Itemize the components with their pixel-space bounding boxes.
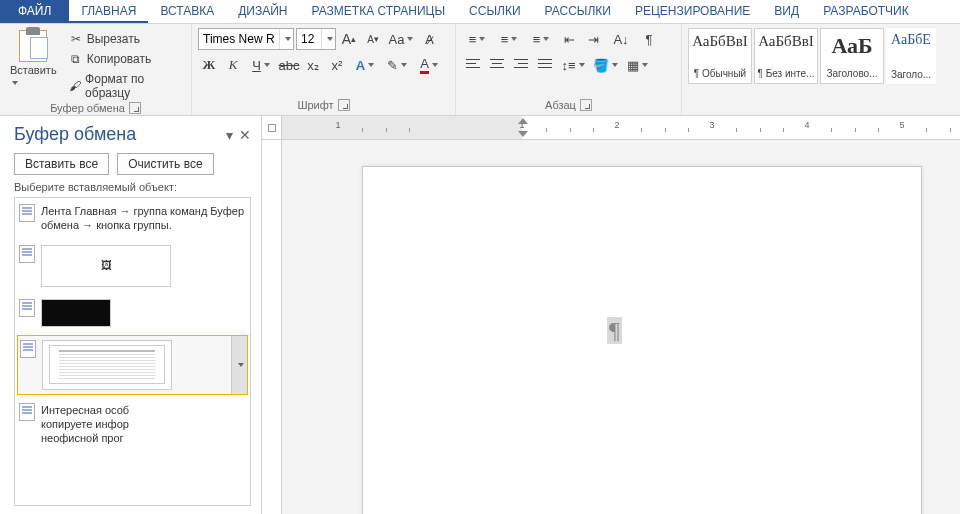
list-item[interactable]: Лента Главная → группа команд Буфер обме… [17, 200, 248, 237]
font-size-combo[interactable] [296, 28, 336, 50]
clear-all-button[interactable]: Очистить все [117, 153, 213, 175]
chevron-down-icon [327, 37, 333, 41]
group-font: A▴ A▾ Aa A̷ Ж К Ч abc x₂ x² A ✎ A Шрифт [192, 24, 456, 115]
list-item[interactable]: Интересная особ копируете инфоp неофисно… [17, 399, 248, 450]
format-painter-label: Формат по образцу [85, 72, 181, 100]
font-size-input[interactable] [297, 32, 321, 46]
bullets-button[interactable]: ≡ [462, 28, 492, 50]
item-dropdown-button[interactable] [231, 336, 247, 394]
clear-formatting-button[interactable]: A̷ [418, 28, 440, 50]
copy-button[interactable]: ⧉ Копировать [65, 50, 185, 68]
cut-label: Вырезать [87, 32, 140, 46]
tab-review[interactable]: РЕЦЕНЗИРОВАНИЕ [623, 0, 762, 23]
multilevel-list-button[interactable]: ≡ [526, 28, 556, 50]
format-painter-button[interactable]: 🖌 Формат по образцу [65, 70, 185, 102]
picture-icon: 🖼 [101, 258, 112, 272]
paste-all-button[interactable]: Вставить все [14, 153, 109, 175]
font-color-icon: A [420, 56, 429, 74]
vertical-ruler[interactable] [262, 140, 282, 514]
style-normal[interactable]: АаБбВвI ¶ Обычный [688, 28, 752, 84]
list-item[interactable] [17, 295, 248, 331]
ruler-corner [262, 116, 282, 139]
style-no-spacing[interactable]: АаБбВвI ¶ Без инте... [754, 28, 818, 84]
paste-button[interactable]: Вставить [6, 28, 61, 90]
text-effects-button[interactable]: A [350, 54, 380, 76]
font-color-button[interactable]: A [414, 54, 444, 76]
image-preview [41, 299, 111, 327]
tab-home[interactable]: ГЛАВНАЯ [69, 0, 148, 23]
borders-icon: ▦ [627, 58, 639, 73]
word-doc-icon [19, 299, 35, 317]
pane-title: Буфер обмена [14, 124, 136, 145]
pane-options-button[interactable]: ▾ [226, 127, 233, 143]
borders-button[interactable]: ▦ [622, 54, 652, 76]
numbering-button[interactable]: ≡ [494, 28, 524, 50]
chevron-down-icon [238, 363, 244, 367]
shrink-font-button[interactable]: A▾ [362, 28, 384, 50]
tab-mailings[interactable]: РАССЫЛКИ [533, 0, 623, 23]
group-label-font: Шрифт [297, 99, 333, 111]
scissors-icon: ✂ [69, 32, 83, 46]
tab-developer[interactable]: РАЗРАБОТЧИК [811, 0, 921, 23]
dialog-launcher-clipboard[interactable] [129, 102, 141, 114]
eraser-icon: A̷ [425, 32, 434, 47]
tab-page-layout[interactable]: РАЗМЕТКА СТРАНИЦЫ [300, 0, 458, 23]
list-item[interactable] [17, 335, 248, 395]
dialog-launcher-font[interactable] [338, 99, 350, 111]
align-center-button[interactable] [486, 54, 508, 76]
tab-file[interactable]: ФАЙЛ [0, 0, 69, 23]
highlighter-icon: ✎ [387, 58, 398, 73]
underline-button[interactable]: Ч [246, 54, 276, 76]
sort-icon: A↓ [613, 32, 628, 47]
word-doc-icon [19, 403, 35, 421]
grow-font-button[interactable]: A▴ [338, 28, 360, 50]
group-clipboard: Вставить ✂ Вырезать ⧉ Копировать 🖌 Форма… [0, 24, 192, 115]
style-heading-1[interactable]: АаБ Заголово... [820, 28, 884, 84]
tab-references[interactable]: ССЫЛКИ [457, 0, 532, 23]
font-name-combo[interactable] [198, 28, 294, 50]
align-left-button[interactable] [462, 54, 484, 76]
paste-label: Вставить [10, 64, 57, 76]
group-paragraph: ≡ ≡ ≡ ⇤ ⇥ A↓ ¶ ↕≡ 🪣 ▦ Абзац [456, 24, 682, 115]
shading-button[interactable]: 🪣 [590, 54, 620, 76]
change-case-button[interactable]: Aa [386, 28, 416, 50]
bucket-icon: 🪣 [593, 58, 609, 73]
cut-button[interactable]: ✂ Вырезать [65, 30, 185, 48]
pane-hint: Выберите вставляемый объект: [14, 181, 251, 193]
paintbrush-icon: 🖌 [69, 79, 81, 93]
chevron-down-icon [12, 81, 18, 85]
clipboard-list: Лента Главная → группа команд Буфер обме… [14, 197, 251, 506]
image-preview: 🖼 [41, 245, 171, 287]
italic-button[interactable]: К [222, 54, 244, 76]
word-doc-icon [19, 245, 35, 263]
multilevel-icon: ≡ [533, 32, 541, 47]
list-item[interactable]: 🖼 [17, 241, 248, 291]
tab-view[interactable]: ВИД [762, 0, 811, 23]
bold-button[interactable]: Ж [198, 54, 220, 76]
clip-text: Интересная особ копируете инфоp неофисно… [41, 403, 246, 446]
ribbon: Вставить ✂ Вырезать ⧉ Копировать 🖌 Форма… [0, 24, 960, 116]
sort-button[interactable]: A↓ [606, 28, 636, 50]
dialog-launcher-paragraph[interactable] [580, 99, 592, 111]
horizontal-ruler[interactable]: 1123456 [262, 116, 960, 140]
justify-button[interactable] [534, 54, 556, 76]
pane-close-button[interactable]: ✕ [239, 127, 251, 143]
style-heading-2[interactable]: АаБбE Заголо... [886, 28, 936, 84]
word-doc-icon [20, 340, 36, 358]
decrease-indent-button[interactable]: ⇤ [558, 28, 580, 50]
show-marks-button[interactable]: ¶ [638, 28, 660, 50]
align-right-button[interactable] [510, 54, 532, 76]
subscript-button[interactable]: x₂ [302, 54, 324, 76]
font-name-input[interactable] [199, 32, 279, 46]
tab-insert[interactable]: ВСТАВКА [148, 0, 226, 23]
highlight-color-button[interactable]: ✎ [382, 54, 412, 76]
superscript-button[interactable]: x² [326, 54, 348, 76]
group-label-paragraph: Абзац [545, 99, 576, 111]
document-page[interactable]: ¶ [362, 166, 922, 514]
line-spacing-icon: ↕≡ [561, 58, 575, 73]
paste-icon [19, 30, 47, 62]
strikethrough-button[interactable]: abc [278, 54, 300, 76]
increase-indent-button[interactable]: ⇥ [582, 28, 604, 50]
tab-design[interactable]: ДИЗАЙН [226, 0, 299, 23]
line-spacing-button[interactable]: ↕≡ [558, 54, 588, 76]
